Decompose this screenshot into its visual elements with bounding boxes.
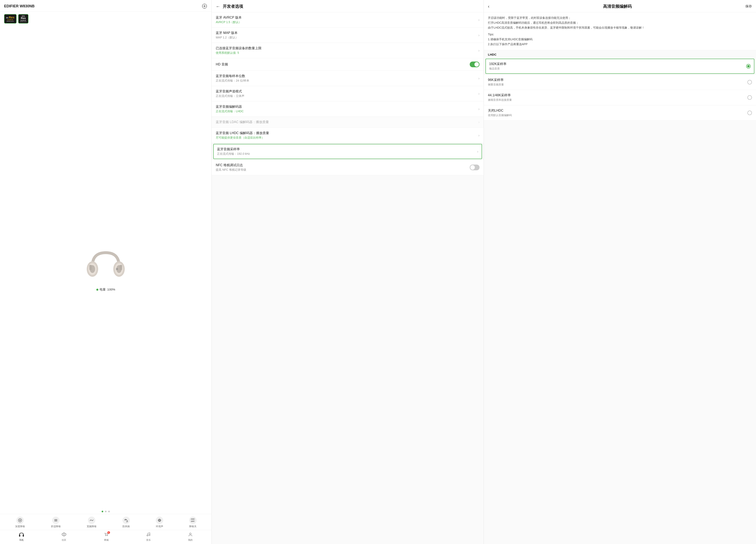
mid-back-button[interactable]: ← (216, 4, 220, 9)
nav-music[interactable]: 音乐 (146, 532, 151, 542)
setting-bt-samplerate[interactable]: 蓝牙音频采样率 正在流式传输：192.0 kHz › (213, 144, 482, 159)
svg-rect-21 (19, 535, 20, 537)
setting-bt-lhdc-title: 蓝牙音频 LHDC 编解码器：播放质量 (216, 131, 478, 135)
nav-community-label: 社区 (62, 538, 66, 542)
nav-headphone[interactable]: 耳机 (19, 532, 24, 542)
setting-bt-ldac: 蓝牙音频 LDAC 编解码器：播放质量 › (212, 117, 484, 128)
setting-bt-codec[interactable]: 蓝牙音频编解码器 正在流式传输：LHDC › (212, 101, 484, 117)
mid-header: ← 开发者选项 (212, 0, 484, 12)
setting-nfc-log[interactable]: NFC 堆栈调试日志 提高 NFC 堆栈记录等级 (212, 160, 484, 175)
nav-profile[interactable]: 我的 (188, 532, 193, 542)
setting-bt-limit-title: 已连接蓝牙音频设备的数量上限 (216, 46, 478, 50)
option-192k-title: 192K采样率 (489, 62, 746, 66)
mid-title: 开发者选项 (223, 4, 243, 9)
nfc-log-toggle-knob (470, 165, 475, 170)
svg-point-28 (107, 535, 108, 536)
setting-bt-limit-chevron: › (478, 48, 480, 53)
ambient-button[interactable]: 环境声 (156, 517, 163, 528)
option-off-radio (747, 111, 752, 115)
device-title: EDIFIER W830NB (4, 4, 35, 8)
ambient-label: 环境声 (156, 525, 163, 528)
battery-row: 电量 :100% (96, 288, 115, 292)
setting-bt-channel-value: 正在流式传输：立体声 (216, 94, 478, 98)
setting-avrcp-chevron: › (478, 18, 480, 22)
svg-point-16 (19, 520, 21, 521)
nav-community[interactable]: 社区 (62, 532, 66, 542)
right-title: 高清音频编解码 (603, 4, 632, 9)
svg-rect-13 (120, 265, 122, 270)
shop-badge: ● (107, 531, 110, 534)
wind-anc-label: 防风噪 (122, 525, 130, 528)
nav-music-label: 音乐 (146, 538, 151, 542)
lhdc-section-label: LHDC (484, 50, 756, 58)
deep-anc-label: 深度降噪 (15, 525, 25, 528)
comfort-anc-label: 舒适降噪 (51, 525, 61, 528)
left-panel: EDIFIER W830NB Hi- Res AUDIO WIRELESS Ul… (0, 0, 212, 544)
page-dots (0, 509, 211, 514)
setting-bt-bits-title: 蓝牙音频每样本位数 (216, 74, 478, 78)
option-off-title: 关闭LHDC (488, 109, 747, 113)
location-icon[interactable] (202, 3, 207, 9)
setting-bt-bits-chevron: › (478, 76, 480, 81)
setting-nfc-log-title: NFC 堆栈调试日志 (216, 163, 470, 167)
setting-avrcp-value: AVRCP 1.5（默认） (216, 20, 478, 24)
dot-1[interactable] (102, 511, 103, 512)
setting-nfc-log-value: 提高 NFC 堆栈记录等级 (216, 168, 470, 172)
option-48k[interactable]: 44.1/48K采样率 兼顾音质和连接质量 (484, 90, 756, 105)
svg-rect-22 (23, 535, 24, 537)
setting-bt-bits-value: 正在流式传输：24 位/样本 (216, 79, 478, 83)
hd-audio-toggle[interactable] (470, 62, 480, 67)
setting-map[interactable]: 蓝牙 MAP 版本 MAP 1.2（默认） › (212, 28, 484, 43)
nav-headphone-icon (19, 532, 24, 538)
headphone-area: H 电量 :100% (0, 26, 211, 509)
battery-indicator (96, 289, 98, 291)
wide-anc-label: 宽频降噪 (87, 525, 97, 528)
nav-headphone-label: 耳机 (19, 538, 24, 542)
hires-badge: Hi- Res AUDIO WIRELESS (4, 14, 17, 24)
save-button[interactable]: 保存 (745, 4, 752, 9)
anc-off-button[interactable]: ANC OFF 降噪关 (189, 517, 197, 528)
nav-profile-label: 我的 (188, 538, 193, 542)
anc-off-icon: ANC OFF (189, 517, 197, 524)
setting-map-value: MAP 1.2（默认） (216, 36, 478, 39)
hd-audio-toggle-knob (474, 62, 479, 67)
svg-point-20 (159, 520, 160, 521)
dot-2[interactable] (105, 511, 107, 512)
setting-avrcp[interactable]: 蓝牙 AVRCP 版本 AVRCP 1.5（默认） › (212, 12, 484, 28)
option-96k-radio (747, 80, 752, 84)
ultra-badge: Ultra Res AUDIO WIRELESS (18, 14, 29, 24)
setting-bt-samplerate-title: 蓝牙音频采样率 (217, 147, 477, 151)
comfort-anc-button[interactable]: 舒适降噪 (51, 517, 61, 528)
deep-anc-button[interactable]: 深度降噪 (15, 517, 25, 528)
option-96k[interactable]: 96K采样率 侧重音频质量 (484, 75, 756, 90)
setting-bt-limit[interactable]: 已连接蓝牙音频设备的数量上限 使用系统默认值: 5 › (212, 43, 484, 58)
wind-anc-button[interactable]: 防风噪 (122, 517, 130, 528)
middle-panel: ← 开发者选项 蓝牙 AVRCP 版本 AVRCP 1.5（默认） › 蓝牙 M… (212, 0, 484, 544)
battery-label: 电量 :100% (100, 288, 115, 292)
dot-3[interactable] (108, 511, 110, 512)
nav-shop[interactable]: ● 商城 (104, 532, 109, 542)
setting-hd-audio-title: HD 音频 (216, 62, 470, 67)
setting-bt-bits[interactable]: 蓝牙音频每样本位数 正在流式传输：24 位/样本 › (212, 71, 484, 86)
option-off-sub: 使用默认音频编解码 (488, 113, 747, 117)
info-tips: Tips:1.请确保手机支持LHDC音频编解码2.执行以下操作产品将重连APP (488, 32, 752, 47)
setting-bt-lhdc[interactable]: 蓝牙音频 LHDC 编解码器：播放质量 尽可能提供更佳音质（自适应比特率） › (212, 128, 484, 143)
setting-bt-channel[interactable]: 蓝牙音频声道模式 正在流式传输：立体声 › (212, 86, 484, 101)
option-off[interactable]: 关闭LHDC 使用默认音频编解码 (484, 105, 756, 121)
nav-music-icon (146, 532, 151, 538)
setting-bt-channel-chevron: › (478, 92, 480, 96)
left-header: EDIFIER W830NB (0, 0, 211, 12)
setting-bt-channel-title: 蓝牙音频声道模式 (216, 89, 478, 94)
setting-bt-ldac-title: 蓝牙音频 LDAC 编解码器：播放质量 (216, 120, 478, 124)
svg-point-31 (190, 533, 191, 535)
setting-bt-samplerate-value: 正在流式传输：192.0 kHz (217, 152, 477, 156)
right-back-button[interactable]: ‹ (488, 4, 489, 9)
wide-anc-button[interactable]: 宽频降噪 (87, 517, 97, 528)
setting-bt-lhdc-value: 尽可能提供更佳音质（自适应比特率） (216, 136, 478, 140)
option-192k[interactable]: 192K采样率 臻品音质 (485, 59, 754, 74)
wide-anc-icon (88, 517, 95, 524)
option-192k-sub: 臻品音质 (489, 67, 746, 71)
deep-anc-icon (16, 517, 24, 524)
setting-hd-audio[interactable]: HD 音频 (212, 58, 484, 71)
nfc-log-toggle[interactable] (470, 165, 480, 170)
